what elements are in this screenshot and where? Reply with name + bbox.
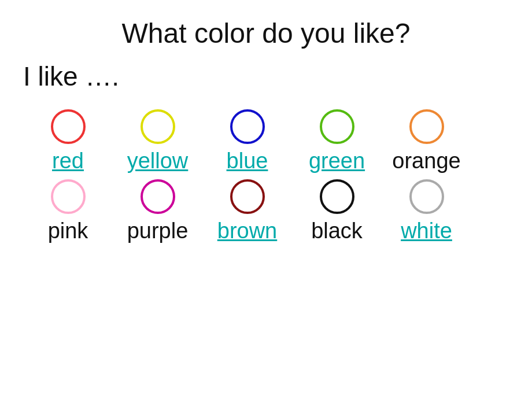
color-row-1: redyellowbluegreenorange — [23, 109, 509, 173]
page-title: What color do you like? — [23, 17, 509, 49]
color-item-red: red — [23, 109, 113, 173]
white-label[interactable]: white — [401, 219, 452, 243]
color-item-yellow: yellow — [113, 109, 202, 173]
pink-label: pink — [48, 219, 88, 243]
purple-label: purple — [127, 219, 189, 243]
purple-circle — [141, 179, 175, 214]
brown-label[interactable]: brown — [217, 219, 278, 243]
color-item-green: green — [292, 109, 382, 173]
blue-label[interactable]: blue — [227, 149, 268, 173]
color-row-2: pinkpurplebrownblackwhite — [23, 179, 509, 243]
color-item-white: white — [382, 179, 471, 243]
black-circle — [320, 179, 354, 214]
color-item-brown: brown — [202, 179, 292, 243]
yellow-label[interactable]: yellow — [127, 149, 189, 173]
red-circle — [51, 109, 86, 144]
orange-circle — [409, 109, 444, 144]
orange-label: orange — [392, 149, 460, 173]
blue-circle — [230, 109, 265, 144]
red-label[interactable]: red — [52, 149, 84, 173]
black-label: black — [311, 219, 363, 243]
green-label[interactable]: green — [309, 149, 365, 173]
brown-circle — [230, 179, 265, 214]
color-item-purple: purple — [113, 179, 202, 243]
color-item-orange: orange — [382, 109, 471, 173]
green-circle — [320, 109, 354, 144]
yellow-circle — [141, 109, 175, 144]
color-item-blue: blue — [202, 109, 292, 173]
pink-circle — [51, 179, 86, 214]
color-item-black: black — [292, 179, 382, 243]
subtitle: I like …. — [23, 61, 509, 92]
white-circle — [409, 179, 444, 214]
color-item-pink: pink — [23, 179, 113, 243]
